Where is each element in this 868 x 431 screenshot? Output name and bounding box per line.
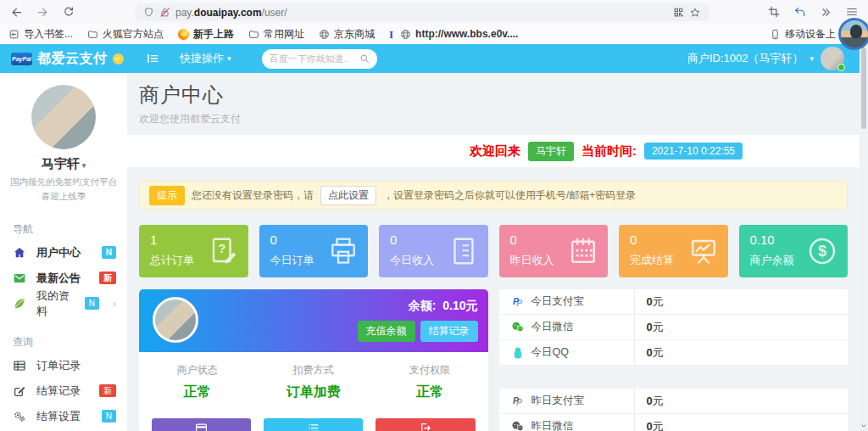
pay-permission-value: 正常	[371, 383, 487, 401]
announcements-button[interactable]: 最新公告	[152, 418, 251, 431]
user-tagline: 国内领先的免签约支付平台喜迎上线季	[0, 175, 127, 204]
mail-icon	[13, 271, 26, 285]
globe-icon	[319, 29, 330, 40]
stat-card-balance[interactable]: 0.10 商户余额	[739, 225, 849, 277]
stat-card-yesterday-income[interactable]: 0 昨日收入	[499, 225, 609, 277]
bookmark-star-icon[interactable]	[689, 7, 701, 19]
stat-cards: 1 总计订单 0 今日订单 0 今日收入 0 昨日收入 0 完成结算	[139, 225, 848, 277]
scrollbar	[860, 44, 868, 431]
stat-card-settled[interactable]: 0 完成结算	[619, 225, 728, 277]
bookmark-common-sites[interactable]: 常用网址	[248, 27, 304, 42]
bookmark-import[interactable]: 导入书签...	[8, 27, 73, 42]
order-records-button[interactable]: 订单记录	[264, 418, 363, 431]
status-label: 商户状态	[139, 363, 255, 378]
gears-icon	[13, 410, 26, 423]
sidebar-item-announcements[interactable]: 最新公告 新	[0, 266, 127, 291]
bookmark-jd[interactable]: 京东商城	[319, 27, 375, 42]
home-icon	[13, 246, 26, 260]
sidebar-item-profile[interactable]: 我的资料 N ›	[0, 291, 127, 316]
phone-icon	[770, 29, 781, 40]
calendar-icon	[568, 236, 598, 266]
section-label-nav: 导航	[0, 222, 127, 237]
list-icon	[307, 422, 320, 431]
user-name[interactable]: 马宇轩▾	[0, 156, 127, 172]
quick-actions-menu[interactable]: 快捷操作 ▾	[180, 51, 231, 66]
sidebar-item-user-center[interactable]: 用户中心 N	[0, 240, 127, 266]
n-badge: N	[85, 297, 99, 310]
table-row: 今日微信 0元	[499, 315, 849, 340]
time-badge: 2021-7-10 0:22:55	[644, 143, 743, 160]
sidebar-item-settlement-records[interactable]: 结算记录 新	[0, 378, 127, 404]
back-icon[interactable]	[10, 6, 23, 19]
section-label-query: 查询	[0, 335, 127, 350]
reload-icon[interactable]	[63, 6, 75, 18]
verified-badge-icon	[113, 53, 124, 64]
extensions-overflow-icon[interactable]	[821, 7, 832, 18]
table-row: 今日支付宝 0元	[499, 289, 849, 315]
bookmark-getting-started[interactable]: 新手上路	[178, 27, 234, 42]
screen: pay.douaipay.com/user/ 导入书签... 火狐官方站点 新手…	[0, 0, 868, 431]
stat-card-total-orders[interactable]: 1 总计订单	[139, 225, 248, 277]
status-value: 正常	[139, 383, 255, 401]
merchant-avatar[interactable]	[153, 297, 198, 343]
sidebar-item-settlement-settings[interactable]: 结算设置 N	[0, 404, 127, 429]
alert-text-1: 您还没有设置登录密码，请	[192, 188, 314, 203]
insecure-lock-icon[interactable]	[159, 7, 170, 18]
logout-button[interactable]: 安全退出	[376, 418, 475, 431]
header-search[interactable]	[262, 49, 377, 69]
yesterday-table: 昨日支付宝 0元 昨日微信 0元	[499, 389, 849, 431]
search-icon[interactable]	[359, 53, 370, 64]
screenshot-tool-icon[interactable]	[768, 6, 780, 18]
recharge-balance-button[interactable]: 充值余额	[358, 321, 415, 342]
qr-code-icon[interactable]	[673, 7, 684, 18]
undo-icon[interactable]	[794, 6, 806, 18]
new-badge: 新	[99, 384, 116, 397]
edit-square-icon	[13, 384, 26, 398]
list-doc-icon	[448, 236, 479, 266]
forward-icon[interactable]	[36, 6, 49, 19]
scroll-down-icon[interactable]	[860, 423, 867, 429]
search-input[interactable]	[270, 53, 356, 64]
paypal-logo-badge: PayPal	[11, 53, 32, 65]
user-avatar[interactable]	[31, 85, 96, 149]
merchant-status-row: 商户状态 正常 扣费方式 订单加费 支付权限 正常	[139, 352, 488, 411]
set-password-button[interactable]: 点此设置	[320, 186, 376, 205]
scrollbar-thumb[interactable]	[861, 48, 866, 129]
url-text: pay.douaipay.com/user/	[175, 7, 287, 19]
new-badge: 新	[99, 271, 116, 284]
card-icon	[195, 422, 208, 431]
brand-logo[interactable]: PayPal 都爱云支付	[0, 50, 127, 68]
app-header: PayPal 都爱云支付 快捷操作 ▾ 商户ID:1002（马宇轩） ▾	[0, 44, 868, 73]
settlement-records-button[interactable]: 结算记录	[420, 321, 478, 342]
sidebar-item-order-records[interactable]: 订单记录	[0, 353, 127, 378]
chevron-down-icon[interactable]: ▾	[810, 55, 814, 63]
today-table: 今日支付宝 0元 今日微信 0元 今日QQ	[499, 289, 849, 366]
qq-icon	[511, 346, 525, 360]
stat-card-today-income[interactable]: 0 今日收入	[379, 225, 488, 277]
page-title: 商户中心	[139, 81, 860, 109]
browser-profile-avatar[interactable]	[838, 18, 868, 50]
table-icon	[13, 359, 26, 372]
balance-text: 余额: 0.10元	[358, 299, 478, 314]
merchant-id-label[interactable]: 商户ID:1002（马宇轩）	[687, 51, 804, 66]
bookmark-firefox-site[interactable]: 火狐官方站点	[87, 27, 164, 42]
table-row: 昨日支付宝 0元	[499, 389, 849, 414]
page-subtitle: 欢迎您使用都爱云支付	[139, 112, 860, 126]
shield-icon[interactable]	[143, 7, 154, 18]
url-bar[interactable]: pay.douaipay.com/user/	[136, 3, 709, 21]
sidebar-toggle-icon[interactable]	[146, 52, 159, 65]
folder-icon	[87, 29, 98, 40]
header-avatar[interactable]	[821, 47, 844, 70]
browser-menu-icon[interactable]	[846, 6, 858, 18]
dollar-icon	[806, 235, 838, 267]
folder-icon	[248, 29, 259, 40]
chevron-down-icon: ▾	[82, 161, 86, 170]
chevron-right-icon: ›	[113, 298, 116, 310]
import-icon	[8, 29, 19, 40]
firefox-icon	[178, 29, 189, 40]
table-row: 昨日微信 0元	[499, 414, 849, 431]
stat-card-today-orders[interactable]: 0 今日订单	[259, 225, 369, 277]
paypal-icon	[511, 295, 525, 309]
leaf-icon	[13, 297, 26, 311]
bookmark-bbs[interactable]: http://www.bbs.e0v....	[400, 28, 518, 40]
